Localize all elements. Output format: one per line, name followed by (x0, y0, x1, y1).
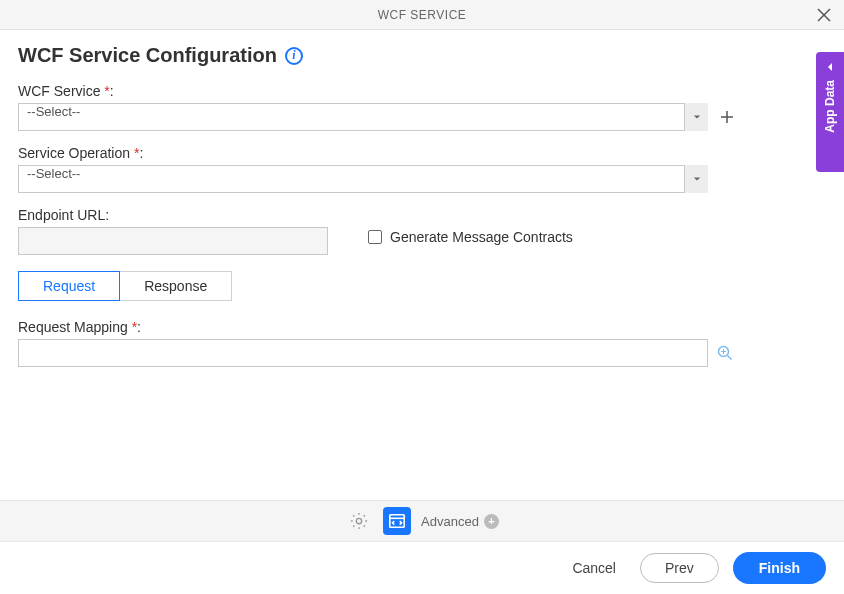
service-operation-label: Service Operation *: (18, 145, 826, 161)
request-mapping-label: Request Mapping *: (18, 319, 826, 335)
wcf-service-value: --Select-- (18, 103, 708, 131)
advanced-label: Advanced (421, 514, 479, 529)
page-title-row: WCF Service Configuration i (0, 30, 844, 73)
modal-header: WCF SERVICE (0, 0, 844, 30)
generate-contracts-checkbox[interactable] (368, 230, 382, 244)
svg-rect-9 (390, 515, 404, 528)
app-data-side-tab[interactable]: App Data (816, 52, 844, 172)
add-wcf-service-icon[interactable] (718, 108, 736, 126)
tab-request[interactable]: Request (18, 271, 120, 301)
app-data-label: App Data (823, 80, 837, 133)
request-mapping-input[interactable] (18, 339, 708, 367)
svg-point-8 (356, 518, 361, 523)
service-operation-select[interactable]: --Select-- (18, 165, 708, 193)
wcf-service-field: WCF Service *: --Select-- (18, 83, 826, 131)
lookup-icon[interactable] (716, 344, 734, 362)
generate-contracts-group[interactable]: Generate Message Contracts (368, 229, 573, 245)
footer: Cancel Prev Finish (0, 542, 844, 594)
endpoint-url-input[interactable] (18, 227, 328, 255)
advanced-button[interactable]: Advanced + (421, 514, 499, 529)
close-icon[interactable] (816, 7, 832, 23)
service-operation-field: Service Operation *: --Select-- (18, 145, 826, 193)
form-body: WCF Service *: --Select-- Service Operat… (0, 73, 844, 391)
code-view-icon[interactable] (383, 507, 411, 535)
service-operation-value: --Select-- (18, 165, 708, 193)
bottom-toolbar: Advanced + (0, 500, 844, 542)
request-mapping-field: Request Mapping *: (18, 319, 826, 367)
generate-contracts-label: Generate Message Contracts (390, 229, 573, 245)
svg-line-5 (728, 356, 732, 360)
wcf-service-select[interactable]: --Select-- (18, 103, 708, 131)
gear-icon[interactable] (345, 507, 373, 535)
finish-button[interactable]: Finish (733, 552, 826, 584)
endpoint-url-label: Endpoint URL: (18, 207, 328, 223)
plus-circle-icon: + (484, 514, 499, 529)
page-title: WCF Service Configuration (18, 44, 277, 67)
modal-title: WCF SERVICE (378, 8, 467, 22)
tab-response[interactable]: Response (120, 271, 232, 301)
wcf-service-label: WCF Service *: (18, 83, 826, 99)
info-icon[interactable]: i (285, 47, 303, 65)
endpoint-row: Endpoint URL: Generate Message Contracts (18, 207, 826, 255)
tabs: Request Response (18, 271, 826, 301)
prev-button[interactable]: Prev (640, 553, 719, 583)
cancel-button[interactable]: Cancel (562, 554, 626, 582)
